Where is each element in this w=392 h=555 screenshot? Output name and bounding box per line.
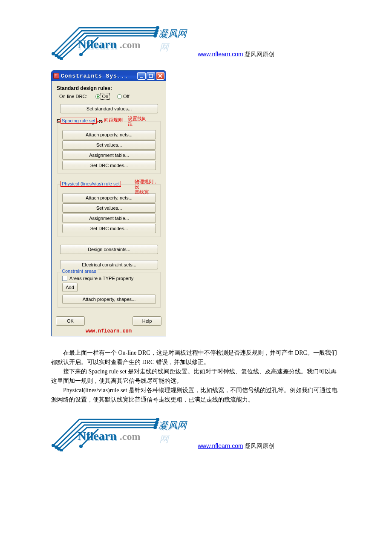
- close-button[interactable]: [156, 72, 164, 80]
- radio-off[interactable]: Off: [117, 94, 129, 99]
- online-drc-label: On-line DRC:: [59, 94, 87, 99]
- footer-link-row: www.nflearn.com 凝风网原创: [198, 442, 274, 450]
- physical-assignment-table-button[interactable]: Assignment table...: [62, 214, 156, 223]
- svg-point-19: [153, 426, 157, 429]
- areas-require-type-checkbox[interactable]: Areas require a TYPE property: [62, 276, 159, 281]
- standard-rules-heading: Standard design rules:: [57, 85, 161, 91]
- svg-point-15: [79, 445, 83, 448]
- titlebar: Constraints Sys...: [52, 71, 166, 81]
- svg-rect-10: [149, 74, 153, 78]
- header-link-row: www.nflearn.com 凝风网原创: [198, 51, 274, 58]
- spacing-rule-set-group: Spacing rule set 间距规则 设置线间距 Attach prope…: [58, 121, 161, 174]
- essay-p1: 在最上面一栏有一个 On-line DRC，这是对画板过程中不停检测是否违反规则…: [51, 348, 341, 367]
- site-link-footer[interactable]: www.nflearn.com: [198, 442, 243, 449]
- footer: 凝风网凝风网 Nflearn Nflearn .com www.nflearn.…: [51, 417, 341, 454]
- app-icon: [53, 73, 59, 79]
- physical-annotation: 物理规则，设置线宽: [135, 179, 160, 194]
- svg-point-4: [79, 53, 83, 56]
- spacing-annotation-2: 设置线间距: [128, 116, 147, 126]
- logo: 凝风网凝风网 Nflearn Nflearn .com: [51, 26, 192, 62]
- physical-rule-set-group: Physical (lines/vias) rule set 物理规则，设置线宽…: [58, 184, 161, 237]
- spacing-set-drc-modes-button[interactable]: Set DRC modes...: [62, 161, 156, 170]
- logo-footer: 凝风网凝风网 Nflearn Nflearn .com: [51, 417, 192, 454]
- watermark: www.nflearn.com: [52, 327, 166, 336]
- set-standard-values-button[interactable]: Set standard values...: [60, 104, 158, 113]
- site-link[interactable]: www.nflearn.com: [198, 51, 243, 58]
- spacing-legend: Spacing rule set: [61, 118, 97, 124]
- header: 凝风网凝风网 Nflearn Nflearn .com www.nflearn.…: [51, 26, 341, 62]
- help-button[interactable]: Help: [133, 316, 161, 326]
- svg-point-0: [52, 52, 55, 55]
- svg-point-8: [153, 34, 157, 38]
- constraints-window: Constraints Sys... Standard design rules…: [51, 70, 166, 336]
- spacing-annotation-1: 间距规则: [103, 117, 124, 123]
- ok-button[interactable]: OK: [56, 316, 85, 326]
- essay-p2: 接下来的 Spacing rule set 是对走线的线间距设置。比如对于时钟线…: [51, 367, 341, 386]
- svg-rect-9: [140, 77, 143, 78]
- svg-point-11: [52, 444, 55, 447]
- physical-attach-nets-button[interactable]: Attach property, nets...: [62, 193, 156, 202]
- spacing-assignment-table-button[interactable]: Assignment table...: [62, 150, 156, 160]
- maximize-button[interactable]: [147, 72, 155, 80]
- design-constraints-button[interactable]: Design constraints...: [60, 245, 158, 254]
- add-button[interactable]: Add: [62, 283, 78, 292]
- spacing-attach-nets-button[interactable]: Attach property, nets...: [62, 130, 156, 139]
- radio-on[interactable]: On: [95, 94, 109, 99]
- physical-set-values-button[interactable]: Set values...: [62, 203, 156, 213]
- minimize-button[interactable]: [137, 72, 146, 80]
- essay-p3: Physical(lines/vias)rule set 是针对各种物理规则设置…: [51, 386, 341, 405]
- window-title: Constraints Sys...: [61, 73, 128, 79]
- constraint-areas-group: Constraint areas Areas require a TYPE pr…: [58, 272, 161, 308]
- electrical-constraint-sets-button[interactable]: Electrical constraint sets...: [60, 260, 158, 269]
- constraint-areas-legend: Constraint areas: [61, 269, 98, 274]
- attach-shapes-button[interactable]: Attach property, shapes...: [62, 295, 156, 304]
- physical-legend: Physical (lines/vias) rule set: [61, 181, 121, 187]
- physical-set-drc-modes-button[interactable]: Set DRC modes...: [62, 224, 156, 233]
- spacing-set-values-button[interactable]: Set values...: [62, 140, 156, 150]
- essay: 在最上面一栏有一个 On-line DRC，这是对画板过程中不停检测是否违反规则…: [51, 348, 341, 405]
